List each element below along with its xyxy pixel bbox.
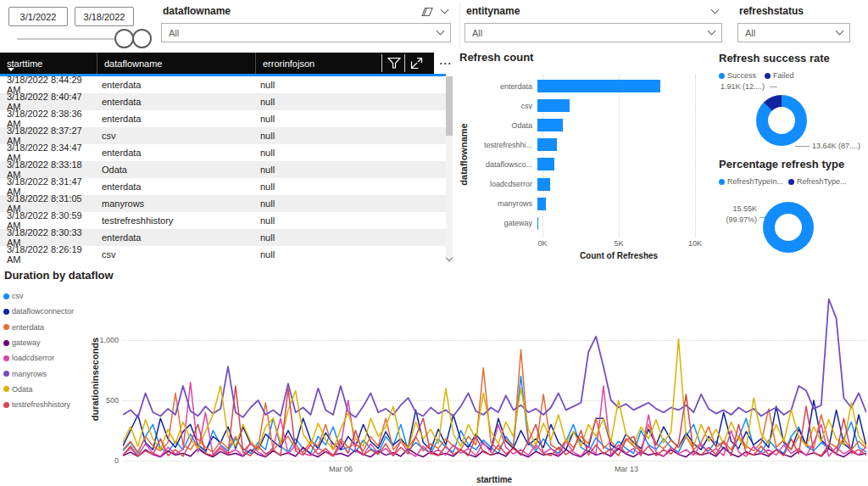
legend-item-loadcdserror[interactable]: loadcdserror	[3, 350, 74, 366]
legend-dot-icon	[3, 324, 9, 330]
more-options-icon[interactable]: ···	[434, 53, 458, 74]
bar-testrefreshhi...[interactable]	[537, 138, 557, 151]
duration-plot[interactable]	[123, 288, 866, 463]
scrollbar-thumb[interactable]	[446, 76, 453, 136]
date-slider-handle-end[interactable]	[132, 29, 152, 48]
refreshstatus-dropdown[interactable]: All	[737, 23, 850, 42]
dataflowname-value: All	[169, 28, 179, 38]
table-row[interactable]: 3/18/2022 8:34:47 AMenterdatanull	[0, 144, 446, 161]
refresh-type-donut[interactable]	[763, 202, 814, 253]
bar-enterdata[interactable]	[537, 80, 660, 92]
legend-item-failed[interactable]: Failed	[765, 71, 794, 80]
success-rate-donut[interactable]	[756, 95, 807, 146]
table-row[interactable]: 3/18/2022 8:40:47 AMenterdatanull	[0, 93, 446, 110]
duration-y-tick: 1,000	[92, 336, 119, 344]
bar-y-axis-title: dataflowname	[459, 112, 469, 197]
refreshstatus-slicer-label: refreshstatus	[739, 5, 804, 17]
table-cell: enterdata	[97, 182, 256, 192]
bar-csv[interactable]	[537, 99, 570, 112]
legend-item-success[interactable]: Success	[719, 71, 756, 80]
table-cell: enterdata	[97, 232, 256, 243]
table-row[interactable]: 3/18/2022 8:33:18 AMOdatanull	[0, 161, 446, 178]
duration-x-tick: Mar 06	[322, 465, 359, 473]
bar-gateway[interactable]	[537, 217, 538, 230]
legend-dot-icon	[788, 179, 794, 185]
table-row[interactable]: 3/18/2022 8:26:19 AMcsvnull	[0, 246, 446, 263]
legend-item-gateway[interactable]: gateway	[3, 335, 74, 350]
table-row[interactable]: 3/18/2022 8:31:05 AMmanyrowsnull	[0, 195, 446, 212]
bar-loadcdserror[interactable]	[537, 178, 550, 191]
date-end-input[interactable]	[75, 7, 134, 26]
table-row[interactable]: 3/18/2022 8:30:59 AMtestrefreshhistorynu…	[0, 212, 446, 229]
table-cell: null	[256, 131, 446, 141]
bar-row: loadcdserror	[475, 174, 705, 193]
table-cell: enterdata	[97, 97, 256, 107]
filter-icon[interactable]	[387, 57, 401, 70]
entityname-collapse-chevron-icon[interactable]	[711, 6, 720, 14]
date-slider-handle-start[interactable]	[114, 29, 134, 48]
date-start-input[interactable]	[8, 7, 68, 26]
table-cell: null	[256, 97, 446, 107]
bar-category-label: manyrows	[475, 199, 537, 208]
table-cell: null	[256, 249, 446, 260]
table-cell: null	[256, 215, 446, 226]
chevron-down-icon	[708, 27, 716, 36]
duration-x-axis-title: starttime	[456, 475, 532, 484]
table-row[interactable]: 3/18/2022 8:37:27 AMcsvnull	[0, 127, 446, 144]
entityname-dropdown[interactable]: All	[465, 23, 722, 42]
table-cell: manyrows	[97, 198, 256, 209]
dataflowname-dropdown[interactable]: All	[161, 23, 451, 42]
legend-dot-icon	[719, 179, 725, 185]
table-cell: null	[256, 182, 446, 192]
legend-dot-icon	[3, 293, 9, 299]
table-row[interactable]: 3/18/2022 8:31:47 AMenterdatanull	[0, 178, 446, 195]
legend-dot-icon	[3, 371, 9, 377]
legend-dot-icon	[3, 355, 9, 361]
bar-Odata[interactable]	[537, 119, 563, 131]
table-cell: testrefreshhistory	[97, 215, 256, 226]
dataflowname-collapse-chevron-icon[interactable]	[441, 6, 449, 14]
bar-category-label: csv	[475, 102, 537, 110]
bar-category-label: Odata	[475, 121, 537, 130]
refresh-type-legend: RefreshTypeIn...RefreshType...	[719, 177, 847, 186]
column-header-dataflowname[interactable]: dataflowname	[97, 53, 256, 74]
line-series-csv[interactable]	[123, 377, 866, 454]
legend-label: dataflowconnector	[12, 307, 74, 316]
table-scrollbar[interactable]	[446, 76, 453, 263]
table-cell: null	[256, 148, 446, 158]
bar-row: dataflowsco...	[475, 154, 705, 174]
table-cell: enterdata	[97, 148, 256, 158]
legend-item-testrefreshhistory[interactable]: testrefreshhistory	[3, 397, 74, 412]
bar-category-label: enterdata	[475, 82, 537, 91]
callout-leader-line	[795, 146, 810, 147]
legend-item-refreshtypein[interactable]: RefreshTypeIn...	[719, 177, 783, 186]
legend-item-manyrows[interactable]: manyrows	[3, 366, 74, 381]
duration-legend: csvdataflowconnectorenterdatagatewayload…	[3, 288, 74, 412]
eraser-icon[interactable]	[420, 7, 434, 18]
entityname-value: All	[472, 28, 482, 38]
table-row[interactable]: 3/18/2022 8:38:36 AMenterdatanull	[0, 110, 446, 127]
bar-dataflowsco...[interactable]	[537, 158, 554, 170]
refreshstatus-value: All	[745, 28, 755, 38]
entityname-slicer-label: entityname	[466, 5, 520, 17]
legend-item-dataflowconnector[interactable]: dataflowconnector	[3, 304, 74, 319]
focus-mode-icon[interactable]	[410, 57, 423, 70]
column-header-starttime[interactable]: starttime	[0, 53, 97, 74]
donut-hole	[768, 107, 795, 134]
bar-row: enterdata	[475, 76, 705, 96]
table-cell: 3/18/2022 8:26:19 AM	[0, 244, 97, 265]
bar-category-label: dataflowsco...	[475, 160, 537, 169]
legend-item-odata[interactable]: Odata	[3, 382, 74, 397]
failed-callout: 1.91K (12....)	[721, 82, 765, 91]
table-row[interactable]: 3/18/2022 8:30:33 AMenterdatanull	[0, 229, 446, 246]
legend-item-csv[interactable]: csv	[3, 288, 74, 304]
table-cell: null	[256, 114, 446, 124]
legend-label: gateway	[12, 338, 41, 347]
bar-manyrows[interactable]	[537, 198, 546, 210]
bar-x-tick: 5K	[610, 239, 627, 248]
table-row[interactable]: 3/18/2022 8:44:29 AMenterdatanull	[0, 76, 446, 93]
legend-item-refreshtype[interactable]: RefreshType...	[788, 177, 847, 186]
table-cell: null	[256, 232, 446, 243]
date-slider-track[interactable]	[17, 38, 125, 40]
legend-item-enterdata[interactable]: enterdata	[3, 320, 74, 335]
